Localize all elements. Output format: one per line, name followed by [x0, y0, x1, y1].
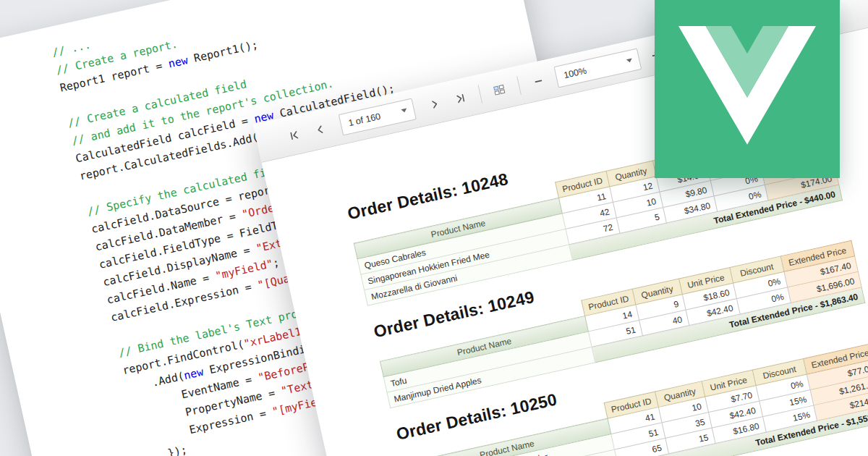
- chevron-down-icon: [626, 59, 633, 64]
- vue-logo: [655, 0, 840, 178]
- vue-logo-icon: [678, 26, 816, 145]
- next-page-button[interactable]: [422, 92, 446, 116]
- hero-stage: // ...// Create a report.Report1 report …: [0, 0, 868, 456]
- multipage-view-button[interactable]: [488, 77, 511, 101]
- previous-page-icon: [314, 123, 326, 135]
- toolbar-divider: [516, 76, 522, 95]
- zoom-value: 100%: [563, 65, 587, 80]
- chevron-down-icon: [401, 109, 407, 114]
- toolbar-divider: [477, 85, 482, 104]
- last-page-icon: [455, 92, 467, 104]
- first-page-button[interactable]: [282, 123, 306, 147]
- zoom-out-button[interactable]: [527, 69, 550, 93]
- first-page-icon: [288, 129, 300, 141]
- page-selector-combo[interactable]: 1 of 160: [339, 98, 417, 135]
- previous-page-button[interactable]: [308, 117, 332, 141]
- next-page-icon: [428, 98, 441, 110]
- multipage-view-icon: [493, 83, 506, 96]
- zoom-out-icon: [532, 75, 545, 87]
- page-selector-value: 1 of 160: [347, 111, 381, 127]
- last-page-button[interactable]: [448, 86, 472, 110]
